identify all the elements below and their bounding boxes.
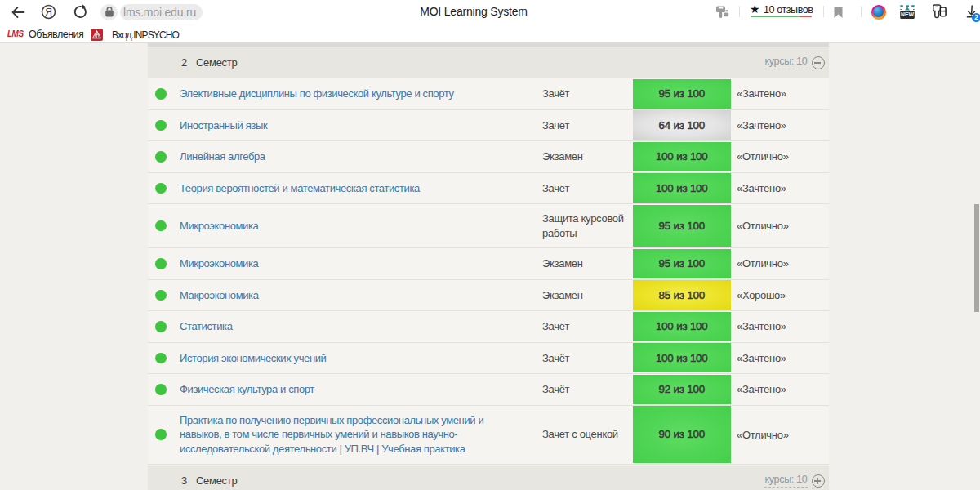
- svg-text:NEW: NEW: [901, 11, 914, 17]
- svg-text:Я: Я: [45, 7, 52, 18]
